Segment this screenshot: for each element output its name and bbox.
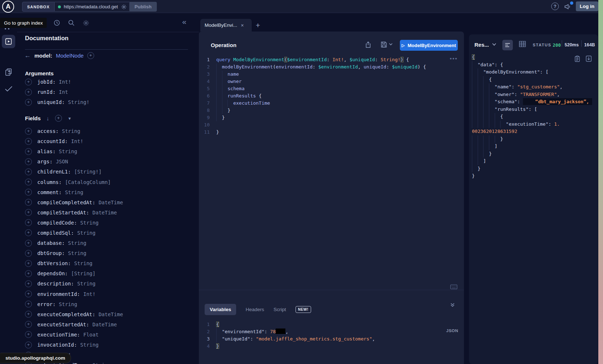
schema-field-row[interactable]: +dbtGroup:String <box>25 248 195 258</box>
schema-field-row[interactable]: +description:String <box>25 279 195 289</box>
add-to-query-icon[interactable]: + <box>25 311 32 318</box>
add-to-query-icon[interactable]: + <box>25 342 32 348</box>
schema-field-row[interactable]: +dependsOn:[String] <box>25 268 195 279</box>
tab-script[interactable]: Script <box>273 307 286 312</box>
schema-field-row[interactable]: +executeStartedAt:DateTime <box>25 319 195 330</box>
tab-variables[interactable]: Variables <box>205 304 236 315</box>
collapse-variables-icon[interactable] <box>450 302 455 307</box>
code-line[interactable]: 0023620128631592 <box>472 128 595 135</box>
add-to-query-icon[interactable]: + <box>25 79 32 85</box>
schema-field-row[interactable]: +dbtVersion:String <box>25 258 195 268</box>
code-line[interactable]: { <box>472 76 595 84</box>
code-line[interactable]: 9} <box>199 114 464 121</box>
code-line[interactable]: 8} <box>199 107 464 114</box>
announcements-button[interactable] <box>564 3 573 11</box>
add-to-query-icon[interactable]: + <box>25 189 32 196</box>
schema-field-row[interactable]: +database:String <box>25 238 195 248</box>
add-to-query-icon[interactable]: + <box>25 250 32 257</box>
add-to-query-icon[interactable]: + <box>25 128 32 135</box>
code-line[interactable]: 7executionTime <box>199 100 464 107</box>
schema-field-row[interactable]: +args:JSON <box>25 156 195 167</box>
add-to-query-icon[interactable]: + <box>25 229 32 236</box>
add-to-query-icon[interactable]: + <box>25 301 32 307</box>
schema-field-row[interactable]: +compiledSql:String <box>25 228 195 238</box>
schema-field-row[interactable]: +childrenL1:[String!] <box>25 167 195 177</box>
schema-field-row[interactable]: +uniqueId:String! <box>25 97 195 107</box>
add-to-query-icon[interactable]: + <box>25 179 32 185</box>
code-line[interactable]: 6runResults { <box>199 92 464 100</box>
chevron-down-icon[interactable]: ▼ <box>68 116 72 121</box>
add-field-icon[interactable]: + <box>87 52 94 59</box>
add-to-query-icon[interactable]: + <box>25 290 32 297</box>
add-to-query-icon[interactable]: + <box>25 99 32 106</box>
schema-field-row[interactable]: +jobId:Int! <box>25 77 195 87</box>
add-to-query-icon[interactable]: + <box>25 148 32 155</box>
settings-gear-icon[interactable] <box>83 20 89 26</box>
code-line[interactable]: } <box>472 135 595 143</box>
apollo-logo[interactable]: A <box>2 1 14 13</box>
run-operation-button[interactable]: ▷ ModelByEnvironment <box>400 40 458 51</box>
sidebar-item-explorer[interactable] <box>2 35 15 48</box>
publish-button[interactable]: Publish <box>129 2 157 12</box>
response-dropdown-chevron-icon[interactable] <box>492 43 496 46</box>
code-line[interactable]: 4owner <box>199 78 464 85</box>
graphql-editor[interactable]: 1query ModelByEnvironment($environmentId… <box>199 56 464 136</box>
code-line[interactable]: 1query ModelByEnvironment($environmentId… <box>199 56 464 63</box>
add-all-fields-icon[interactable]: + <box>55 115 62 122</box>
code-line[interactable]: { <box>472 54 595 61</box>
schema-field-row[interactable]: +compiledCode:String <box>25 218 195 228</box>
code-line[interactable]: 5schema <box>199 85 464 92</box>
sidebar-item-checks[interactable] <box>5 85 13 92</box>
schema-field-row[interactable]: +runId:Int <box>25 87 195 97</box>
code-line[interactable]: 11} <box>199 129 464 136</box>
keyboard-shortcuts-icon[interactable] <box>450 284 457 289</box>
add-to-query-icon[interactable]: + <box>25 219 32 226</box>
code-line[interactable]: 10 <box>199 121 464 129</box>
tab-headers[interactable]: Headers <box>246 307 264 312</box>
history-icon[interactable] <box>54 20 60 26</box>
add-to-query-icon[interactable]: + <box>25 168 32 175</box>
schema-field-row[interactable]: +environmentId:Int! <box>25 289 195 299</box>
sort-arrow-icon[interactable]: ↓ <box>46 115 49 121</box>
code-line[interactable]: 2modelByEnvironment(environmentId: $envi… <box>199 63 464 71</box>
code-line[interactable]: 2"environmentId": 78, <box>199 328 464 335</box>
schema-field-row[interactable]: +comment:String <box>25 187 195 197</box>
code-line[interactable]: "name": "stg_customers", <box>472 83 595 91</box>
add-to-query-icon[interactable]: + <box>25 331 32 338</box>
code-line[interactable]: } <box>472 150 595 158</box>
code-line[interactable]: } <box>472 165 595 173</box>
add-to-query-icon[interactable]: + <box>25 89 32 96</box>
code-line[interactable]: 1{ <box>199 321 464 328</box>
schema-field-row[interactable]: +error:String <box>25 299 195 309</box>
share-icon[interactable] <box>365 41 371 48</box>
add-to-query-icon[interactable]: + <box>25 209 32 216</box>
code-line[interactable]: "data": { <box>472 61 595 69</box>
code-line[interactable]: "schema": “dbt_mary_jackson”, <box>472 98 595 106</box>
code-line[interactable]: "executionTime": 1. <box>472 121 595 128</box>
add-to-query-icon[interactable]: + <box>25 158 32 165</box>
variables-editor[interactable]: 1{2"environmentId": 78,3"uniqueId": "mod… <box>199 321 464 350</box>
add-to-query-icon[interactable]: + <box>25 270 32 277</box>
code-line[interactable]: } <box>472 172 595 180</box>
search-icon[interactable] <box>68 20 75 26</box>
schema-field-row[interactable]: +compileStartedAt:DateTime <box>25 208 195 218</box>
save-dropdown-chevron-icon[interactable] <box>389 43 393 46</box>
login-button[interactable]: Log in <box>576 1 598 11</box>
schema-field-row[interactable]: +compileCompletedAt:DateTime <box>25 197 195 208</box>
add-to-query-icon[interactable]: + <box>25 240 32 247</box>
collapse-panel-icon[interactable]: « <box>182 17 187 26</box>
type-link[interactable]: ModelNode <box>56 53 84 59</box>
back-arrow-icon[interactable]: ← <box>24 52 31 59</box>
add-to-query-icon[interactable]: + <box>25 280 32 287</box>
code-line[interactable]: ] <box>472 158 595 165</box>
code-line[interactable]: ] <box>472 143 595 150</box>
schema-field-row[interactable]: +columns:[CatalogColumn] <box>25 177 195 187</box>
schema-field-row[interactable]: +access:String <box>25 126 195 136</box>
save-icon[interactable] <box>381 41 387 48</box>
schema-field-row[interactable]: +executeCompletedAt:DateTime <box>25 309 195 319</box>
endpoint-url-text[interactable]: https://metadata.cloud.get <box>64 4 118 9</box>
schema-field-row[interactable]: +accountId:Int! <box>25 136 195 146</box>
new-tab-button[interactable]: + <box>256 21 260 30</box>
add-to-query-icon[interactable]: + <box>25 260 32 267</box>
response-json-viewer[interactable]: {"data": {"modelByEnvironment": [{"name"… <box>472 54 595 180</box>
